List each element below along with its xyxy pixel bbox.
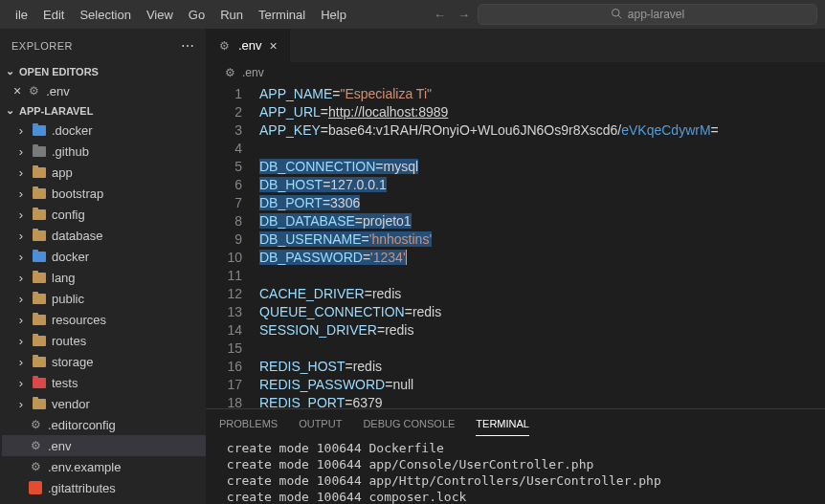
tree-folder[interactable]: ›lang (2, 267, 206, 288)
chevron-right-icon: › (15, 313, 27, 327)
chevron-right-icon: › (15, 144, 27, 159)
explorer-title: EXPLORER (11, 40, 73, 52)
chevron-right-icon: › (15, 376, 27, 390)
code-editor[interactable]: 123456789101112131415161718 APP_NAME="Es… (206, 83, 825, 408)
gear-icon: ⚙ (217, 39, 231, 53)
folder-icon (33, 357, 46, 367)
terminal-output[interactable]: create mode 100644 Dockerfile create mod… (206, 438, 825, 504)
menu-item[interactable]: Terminal (251, 0, 313, 29)
chevron-right-icon: › (15, 397, 27, 411)
menu-item[interactable]: Edit (35, 0, 72, 29)
folder-icon (33, 378, 46, 388)
chevron-right-icon: › (15, 292, 27, 306)
chevron-right-icon: › (15, 186, 27, 201)
open-editor-item[interactable]: × ⚙ .env (0, 80, 206, 101)
tree-folder[interactable]: ›routes (2, 330, 206, 351)
tree-folder[interactable]: ›bootstrap (2, 183, 206, 204)
chevron-down-icon: ⌄ (4, 65, 15, 77)
gear-icon: ⚙ (29, 439, 42, 452)
panel-tab[interactable]: TERMINAL (476, 412, 529, 436)
chevron-right-icon: › (15, 355, 27, 369)
folder-icon (33, 167, 46, 178)
tree-folder[interactable]: ›config (2, 204, 206, 225)
folder-icon (33, 188, 46, 199)
svg-point-0 (612, 9, 619, 16)
nav-back-icon[interactable]: ← (434, 8, 446, 22)
tree-folder[interactable]: ›vendor (2, 393, 206, 414)
gear-icon: ⚙ (27, 84, 40, 98)
tree-folder[interactable]: ›.docker (2, 120, 206, 141)
search-icon (611, 8, 622, 22)
chevron-right-icon: › (15, 123, 27, 138)
chevron-down-icon: ⌄ (4, 104, 15, 117)
menu-item[interactable]: ile (8, 0, 35, 29)
folder-icon (33, 209, 46, 220)
sidebar: EXPLORER ⋯ ⌄ OPEN EDITORS × ⚙ .env ⌄ APP… (0, 29, 206, 504)
tree-folder[interactable]: ›tests (2, 372, 206, 393)
chevron-right-icon: › (15, 271, 27, 285)
folder-icon (33, 146, 46, 157)
tree-file[interactable]: ⚙.env (2, 435, 206, 456)
panel-tab[interactable]: OUTPUT (299, 412, 342, 435)
menu-item[interactable]: Run (212, 0, 251, 29)
breadcrumb[interactable]: ⚙ .env (206, 62, 825, 83)
folder-icon (33, 252, 46, 262)
command-center[interactable]: app-laravel (478, 4, 817, 25)
nav-forward-icon[interactable]: → (457, 8, 470, 22)
chevron-right-icon: › (15, 229, 27, 243)
menu-item[interactable]: Go (181, 0, 212, 29)
bottom-panel: PROBLEMSOUTPUTDEBUG CONSOLETERMINAL crea… (206, 408, 825, 504)
panel-tab[interactable]: DEBUG CONSOLE (363, 412, 455, 435)
chevron-right-icon: › (15, 208, 27, 222)
tree-folder[interactable]: ›.github (2, 141, 206, 162)
close-icon[interactable]: × (270, 38, 278, 54)
folder-icon (33, 336, 46, 346)
workspace-section[interactable]: ⌄ APP-LARAVEL (0, 101, 206, 120)
tree-folder[interactable]: ›docker (2, 246, 206, 267)
chevron-right-icon: › (15, 165, 27, 180)
folder-icon (33, 399, 46, 409)
menu-item[interactable]: View (139, 0, 181, 29)
folder-icon (33, 315, 46, 325)
tab-env[interactable]: ⚙ .env × (206, 29, 290, 62)
editor-tabbar: ⚙ .env × (206, 29, 825, 62)
open-editors-section[interactable]: ⌄ OPEN EDITORS (0, 62, 206, 80)
panel-tab[interactable]: PROBLEMS (219, 412, 278, 435)
gear-icon: ⚙ (29, 460, 42, 473)
folder-icon (33, 294, 46, 304)
tree-folder[interactable]: ›resources (2, 309, 206, 330)
svg-line-1 (618, 15, 621, 18)
search-text: app-laravel (628, 8, 684, 21)
menu-item[interactable]: Selection (72, 0, 138, 29)
gear-icon: ⚙ (29, 418, 42, 431)
chevron-right-icon: › (15, 250, 27, 264)
folder-icon (33, 273, 46, 283)
tree-folder[interactable]: ›public (2, 288, 206, 309)
folder-icon (33, 125, 46, 136)
menubar: ileEditSelectionViewGoRunTerminalHelp ← … (0, 0, 825, 29)
git-icon (29, 481, 42, 494)
folder-icon (33, 230, 46, 241)
tree-file[interactable]: .gitattributes (2, 477, 206, 498)
chevron-right-icon: › (15, 334, 27, 348)
tree-folder[interactable]: ›storage (2, 351, 206, 372)
nav-arrows: ← → (434, 8, 470, 22)
tree-folder[interactable]: ›database (2, 225, 206, 246)
gear-icon: ⚙ (223, 66, 236, 79)
tree-file[interactable]: ⚙.editorconfig (2, 414, 206, 435)
tree-file[interactable]: ⚙.env.example (2, 456, 206, 477)
more-icon[interactable]: ⋯ (181, 38, 195, 54)
close-icon[interactable]: × (13, 83, 21, 99)
tree-folder[interactable]: ›app (2, 162, 206, 183)
menu-item[interactable]: Help (313, 0, 354, 29)
